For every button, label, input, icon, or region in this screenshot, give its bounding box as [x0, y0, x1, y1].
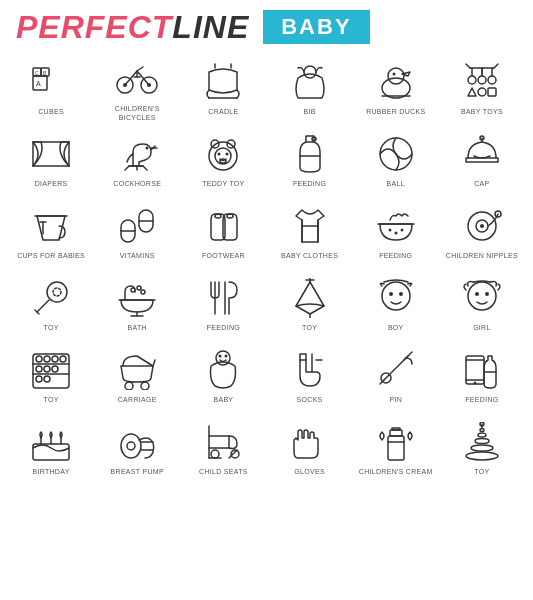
svg-point-67: [36, 356, 42, 362]
svg-point-59: [389, 292, 393, 296]
perfect-text: PERFECT: [16, 9, 172, 45]
svg-point-68: [44, 356, 50, 362]
svg-line-48: [37, 300, 49, 312]
icon-girl: GIRL: [439, 268, 525, 340]
icon-cubes: A C B CUBES: [8, 52, 94, 124]
icon-boy: BOY: [353, 268, 439, 340]
icon-childrens-bicycles: CHILDREN'S BICYCLES: [94, 52, 180, 124]
icon-cap: CAP: [439, 124, 525, 196]
icon-toy4: TOY: [439, 412, 525, 484]
svg-point-73: [52, 366, 58, 372]
icon-pin: PIN: [353, 340, 439, 412]
svg-point-25: [215, 148, 231, 164]
svg-point-9: [147, 83, 151, 87]
icon-breast-pump: BREAST PUMP: [94, 412, 180, 484]
icon-bib: BIB: [266, 52, 352, 124]
icon-childrens-cream: CHILDREN'S CREAM: [353, 412, 439, 484]
icon-socks: SOCKS: [266, 340, 352, 412]
svg-point-104: [478, 433, 486, 437]
svg-point-94: [121, 434, 141, 458]
svg-text:B: B: [43, 70, 47, 76]
svg-rect-90: [33, 444, 69, 460]
svg-point-77: [141, 382, 149, 390]
svg-point-63: [485, 292, 489, 296]
svg-point-96: [211, 450, 219, 458]
icon-feeding3: FEEDING: [180, 268, 266, 340]
icon-diapers: DIAPERS: [8, 124, 94, 196]
icon-rubber-ducks: RUBBER DUCKS: [353, 52, 439, 124]
svg-point-51: [131, 288, 135, 292]
icon-teddy-toy: TEDDY TOY: [180, 124, 266, 196]
svg-point-102: [471, 445, 493, 451]
svg-point-50: [53, 288, 61, 296]
svg-point-28: [218, 153, 221, 156]
svg-point-12: [388, 68, 404, 84]
icon-baby: BABY: [180, 340, 266, 412]
icon-toy: TOY: [8, 268, 94, 340]
svg-point-60: [399, 292, 403, 296]
svg-point-11: [382, 78, 410, 98]
svg-point-75: [44, 376, 50, 382]
svg-point-74: [36, 376, 42, 382]
svg-point-41: [394, 232, 397, 235]
icon-feeding4: FEEDING: [439, 340, 525, 412]
svg-marker-20: [468, 88, 476, 96]
header: PERFECTLINE BABY: [0, 0, 533, 50]
icon-cradle: CRADLE: [180, 52, 266, 124]
svg-point-13: [392, 73, 395, 76]
baby-badge: BABY: [263, 10, 369, 44]
icon-children-nipples: CHILDREN NIPPLES: [439, 196, 525, 268]
icon-carriage: CARRIAGE: [94, 340, 180, 412]
svg-point-8: [123, 83, 127, 87]
icon-feeding: FEEDING: [266, 124, 352, 196]
svg-rect-98: [388, 436, 404, 460]
svg-point-69: [52, 356, 58, 362]
svg-point-40: [388, 229, 391, 232]
svg-point-10: [304, 66, 316, 78]
svg-point-95: [127, 442, 135, 450]
svg-point-19: [488, 76, 496, 84]
svg-point-103: [475, 439, 489, 444]
svg-point-72: [44, 366, 50, 372]
svg-point-53: [141, 290, 145, 294]
svg-point-58: [382, 282, 410, 310]
svg-point-23: [146, 147, 149, 150]
icon-cups-for-babies: CUPS FOR BABIES: [8, 196, 94, 268]
icon-bath: BATH: [94, 268, 180, 340]
icon-grid: A C B CUBES CHILDREN'S BICYCLES: [0, 50, 533, 486]
icon-ball: BALL: [353, 124, 439, 196]
svg-point-71: [36, 366, 42, 372]
icon-feeding2: FEEDING: [353, 196, 439, 268]
icon-gloves: GLOVES: [266, 412, 352, 484]
icon-cockhorse: COCKHORSE: [94, 124, 180, 196]
svg-point-76: [125, 382, 133, 390]
icon-baby-toys: BABY TOYS: [439, 52, 525, 124]
svg-point-18: [478, 76, 486, 84]
svg-point-61: [468, 282, 496, 310]
svg-point-88: [473, 382, 476, 385]
icon-baby-clothes: BABY CLOTHES: [266, 196, 352, 268]
svg-rect-22: [488, 88, 496, 96]
svg-rect-64: [33, 354, 69, 388]
icon-vitamins: VITAMINS: [94, 196, 180, 268]
svg-point-105: [480, 429, 484, 432]
svg-text:A: A: [36, 80, 41, 87]
svg-point-38: [215, 214, 221, 218]
svg-point-46: [480, 224, 484, 228]
svg-point-21: [478, 88, 486, 96]
svg-point-81: [219, 355, 222, 358]
svg-text:C: C: [35, 70, 39, 76]
svg-point-82: [225, 355, 228, 358]
svg-point-52: [137, 286, 141, 290]
svg-point-70: [60, 356, 66, 362]
svg-point-101: [466, 452, 498, 460]
icon-child-seats: CHILD SEATS: [180, 412, 266, 484]
svg-point-62: [475, 292, 479, 296]
svg-point-24: [209, 142, 237, 170]
svg-point-17: [468, 76, 476, 84]
svg-point-39: [227, 214, 233, 218]
icon-toy2: TOY: [266, 268, 352, 340]
line-text: LINE: [172, 9, 249, 45]
icon-birthday: BIRTHDAY: [8, 412, 94, 484]
icon-toy3: TOY: [8, 340, 94, 412]
